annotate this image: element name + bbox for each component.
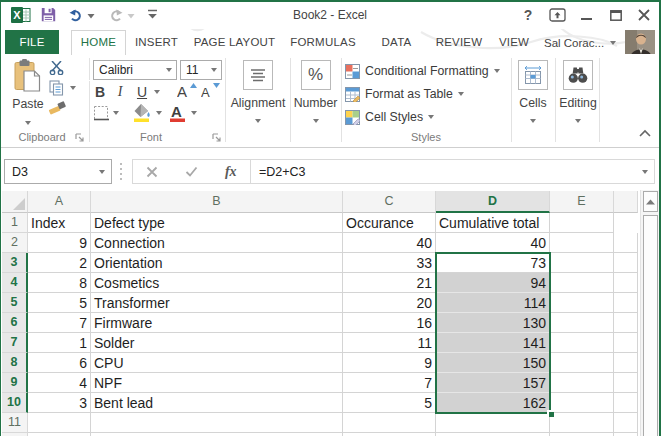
- user-account-button[interactable]: Sal Corac...: [544, 31, 616, 54]
- select-all-corner[interactable]: [2, 191, 28, 213]
- cell-B6[interactable]: Firmware: [91, 313, 343, 333]
- cell-empty[interactable]: [550, 233, 614, 253]
- row-header-8[interactable]: 8: [2, 353, 28, 373]
- borders-button[interactable]: [93, 105, 109, 121]
- increase-font-size-button[interactable]: A: [177, 81, 199, 100]
- font-color-dropdown-icon[interactable]: [191, 111, 197, 115]
- clipboard-dialog-launcher[interactable]: [75, 133, 85, 143]
- column-header-c[interactable]: C: [343, 191, 436, 213]
- cell-D2[interactable]: 40: [436, 233, 550, 253]
- cell-empty[interactable]: [614, 353, 638, 373]
- cell-C9[interactable]: 7: [343, 373, 436, 393]
- cell-empty[interactable]: [91, 413, 343, 433]
- cell-empty[interactable]: [550, 353, 614, 373]
- editing-button[interactable]: Editing: [559, 60, 597, 126]
- cell-empty[interactable]: [614, 373, 638, 393]
- cell-empty[interactable]: [550, 313, 614, 333]
- cell-D7[interactable]: 141: [436, 333, 550, 353]
- maximize-button[interactable]: [603, 2, 629, 28]
- cell-empty[interactable]: [436, 413, 550, 433]
- vertical-scrollbar[interactable]: [640, 190, 659, 436]
- cell-A9[interactable]: 4: [28, 373, 91, 393]
- tab-formulas[interactable]: FORMULAS: [287, 31, 359, 54]
- cell-empty[interactable]: [550, 253, 614, 273]
- row-header-11[interactable]: 11: [2, 413, 28, 433]
- cell-D3[interactable]: 73: [436, 253, 550, 273]
- cell-A3[interactable]: 2: [28, 253, 91, 273]
- format-as-table-button[interactable]: Format as Table: [345, 85, 464, 103]
- user-avatar[interactable]: [625, 30, 655, 55]
- cell-empty[interactable]: [550, 413, 614, 433]
- font-color-button[interactable]: A: [169, 103, 187, 122]
- scrollbar-thumb[interactable]: [643, 215, 658, 436]
- cell-A2[interactable]: 9: [28, 233, 91, 253]
- underline-dropdown-icon[interactable]: [154, 90, 160, 94]
- row-header-5[interactable]: 5: [2, 293, 28, 313]
- cell-C1[interactable]: Occurance: [343, 213, 436, 233]
- row-header-2[interactable]: 2: [2, 233, 28, 253]
- cell-D1[interactable]: Cumulative total: [436, 213, 550, 233]
- cell-C4[interactable]: 21: [343, 273, 436, 293]
- enter-icon[interactable]: [185, 166, 198, 177]
- cut-button[interactable]: [49, 61, 66, 75]
- cell-A10[interactable]: 3: [28, 393, 91, 413]
- cell-empty[interactable]: [614, 293, 638, 313]
- row-header-6[interactable]: 6: [2, 313, 28, 333]
- cell-C5[interactable]: 20: [343, 293, 436, 313]
- underline-button[interactable]: U: [135, 83, 149, 100]
- cell-B1[interactable]: Defect type: [91, 213, 343, 233]
- cell-styles-button[interactable]: Cell Styles: [345, 108, 434, 126]
- help-button[interactable]: ?: [516, 2, 540, 28]
- fill-color-button[interactable]: [132, 103, 152, 122]
- cell-empty[interactable]: [614, 413, 638, 433]
- format-painter-button[interactable]: [48, 99, 67, 116]
- cell-empty[interactable]: [550, 333, 614, 353]
- cell-C6[interactable]: 16: [343, 313, 436, 333]
- formula-input[interactable]: =D2+C3: [251, 159, 655, 184]
- cell-empty[interactable]: [614, 253, 638, 273]
- name-box[interactable]: D3: [4, 159, 112, 184]
- decrease-font-size-button[interactable]: A: [201, 81, 223, 100]
- cell-empty[interactable]: [343, 413, 436, 433]
- fill-color-dropdown-icon[interactable]: [156, 111, 162, 115]
- tab-insert[interactable]: INSERT: [131, 31, 182, 54]
- cell-A4[interactable]: 8: [28, 273, 91, 293]
- font-name-combo[interactable]: Calibri: [93, 60, 177, 80]
- cell-C8[interactable]: 9: [343, 353, 436, 373]
- cell-A1[interactable]: Index: [28, 213, 91, 233]
- cell-empty[interactable]: [614, 393, 638, 413]
- tab-review[interactable]: REVIEW: [429, 31, 489, 54]
- number-format-button[interactable]: % Number: [293, 60, 338, 126]
- cell-B2[interactable]: Connection: [91, 233, 343, 253]
- cell-empty[interactable]: [550, 293, 614, 313]
- bold-button[interactable]: B: [93, 83, 107, 100]
- cell-empty[interactable]: [550, 213, 614, 233]
- cell-D6[interactable]: 130: [436, 313, 550, 333]
- cell-empty[interactable]: [614, 273, 638, 293]
- font-dialog-launcher[interactable]: [212, 133, 222, 143]
- cell-empty[interactable]: [28, 413, 91, 433]
- cell-A8[interactable]: 6: [28, 353, 91, 373]
- ribbon-display-options-button[interactable]: [544, 2, 570, 28]
- row-header-3[interactable]: 3: [2, 253, 28, 273]
- column-header-e[interactable]: E: [550, 191, 614, 213]
- cell-empty[interactable]: [614, 233, 638, 253]
- cell-B10[interactable]: Bent lead: [91, 393, 343, 413]
- cell-C7[interactable]: 11: [343, 333, 436, 353]
- row-header-4[interactable]: 4: [2, 273, 28, 293]
- cell-empty[interactable]: [614, 333, 638, 353]
- cell-D4[interactable]: 94: [436, 273, 550, 293]
- alignment-button[interactable]: Alignment: [228, 60, 288, 126]
- cell-A5[interactable]: 5: [28, 293, 91, 313]
- cells-button[interactable]: Cells: [516, 60, 550, 126]
- row-header-1[interactable]: 1: [2, 213, 28, 233]
- cell-B4[interactable]: Cosmetics: [91, 273, 343, 293]
- font-size-combo[interactable]: 11: [180, 60, 222, 80]
- cell-D9[interactable]: 157: [436, 373, 550, 393]
- cell-B5[interactable]: Transformer: [91, 293, 343, 313]
- copy-dropdown-icon[interactable]: [70, 86, 76, 90]
- column-header-d[interactable]: D: [436, 191, 550, 213]
- borders-dropdown-icon[interactable]: [113, 111, 119, 115]
- cell-C3[interactable]: 33: [343, 253, 436, 273]
- cell-B3[interactable]: Orientation: [91, 253, 343, 273]
